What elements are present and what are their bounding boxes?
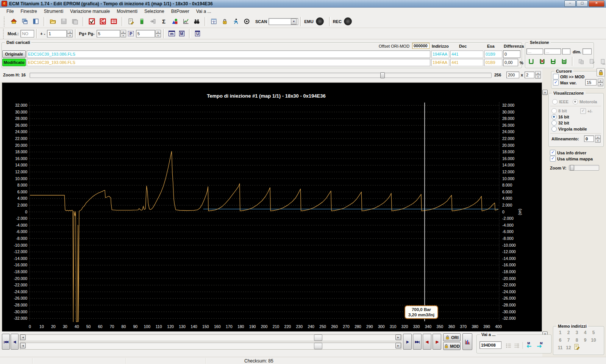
close-button[interactable]: ✕ — [589, 0, 604, 7]
chart-area[interactable]: -32.000-32.000-30.000-30.000-28.000-28.0… — [2, 82, 542, 332]
radio-virgola-mobile[interactable]: Virgola mobile — [551, 126, 587, 132]
cursor-lock-button[interactable] — [597, 68, 605, 76]
zoom-h-spinner[interactable]: ▲▼ — [535, 71, 541, 79]
pg-spinner[interactable]: ▲▼ — [120, 30, 126, 37]
menu-item-vai-a-[interactable]: Vai a ... — [193, 8, 215, 15]
goto-table-icon[interactable] — [514, 342, 520, 349]
open-file-icon[interactable] — [48, 16, 58, 27]
save-all-icon[interactable] — [70, 16, 80, 27]
usa-info-driver-box[interactable]: ✓ — [550, 150, 556, 156]
menu-item-file[interactable]: File — [3, 8, 17, 15]
diff-next-button[interactable]: ||▶ — [433, 334, 441, 350]
memo-slot-11[interactable]: 11 — [556, 345, 564, 353]
originale-button[interactable]: Originale — [2, 50, 26, 58]
mod-view-button[interactable]: MOD — [443, 342, 461, 350]
signed-checkbox-box[interactable]: ✓ — [580, 108, 586, 114]
mod-scrollbar-thumb[interactable] — [314, 343, 322, 349]
radio-motorola[interactable]: Motorola — [573, 99, 597, 104]
map-next-button[interactable]: M — [536, 342, 543, 348]
radio-16bit[interactable]: 16 bit — [551, 114, 569, 120]
modificato-button[interactable]: Modificato — [2, 59, 26, 66]
percent-field[interactable]: 5 — [136, 30, 155, 37]
memo-slot-4[interactable]: 4 — [581, 330, 589, 338]
select-cross-icon[interactable] — [537, 56, 547, 67]
max-var-spinner[interactable]: ▲▼ — [598, 79, 603, 86]
diff-prev-button[interactable]: ◀|| — [423, 334, 431, 350]
memo-slot-12[interactable]: 12 — [564, 345, 573, 353]
memo-slot-5[interactable]: 5 — [589, 330, 598, 338]
min-value-button[interactable]: m — [167, 29, 176, 38]
table-view-button[interactable] — [462, 333, 472, 350]
step-field[interactable]: 1 — [47, 30, 67, 37]
scan-dropdown[interactable]: ▼ — [269, 18, 298, 25]
import-icon[interactable] — [148, 16, 158, 27]
ori-view-button[interactable]: ORI — [443, 333, 461, 341]
max-var-checkbox[interactable]: ✓Max var. — [553, 80, 576, 86]
zoom-v-slider-thumb[interactable] — [570, 165, 574, 171]
sum-sigma-icon[interactable]: Σ — [159, 16, 169, 27]
step-spinner[interactable]: ▲▼ — [67, 30, 73, 37]
map-prev-button[interactable]: M — [526, 342, 532, 348]
select-open-icon[interactable] — [526, 56, 536, 67]
checksum-2-icon[interactable]: 2 — [98, 16, 108, 27]
table-red-icon[interactable] — [109, 16, 119, 27]
selezione-dim-field[interactable] — [583, 48, 592, 54]
undo-button[interactable]: U — [193, 29, 202, 38]
select-h-icon[interactable] — [548, 56, 558, 67]
zoom-v-slider[interactable] — [569, 165, 599, 171]
selezione-field-1[interactable]: ... — [526, 48, 543, 54]
pg-field[interactable]: 5 — [97, 30, 120, 37]
memo-slot-9[interactable]: 9 — [581, 338, 589, 345]
max-var-field[interactable]: 15 — [585, 79, 597, 86]
save-icon[interactable] — [59, 16, 69, 27]
vai-a-field[interactable]: 194D08 — [479, 341, 501, 349]
ori-mod-checkbox-box[interactable] — [553, 74, 559, 79]
usa-ultima-mappa-box[interactable]: ✓ — [550, 156, 556, 162]
table-window-icon[interactable]: T — [209, 16, 219, 27]
radio-16bit-circle[interactable] — [551, 114, 557, 120]
mod-scrollbar[interactable]: ◄ ► — [20, 342, 401, 350]
ori-scroll-right-icon[interactable]: ► — [395, 334, 401, 340]
column-green-icon[interactable] — [137, 16, 147, 27]
driver-man-icon[interactable] — [231, 16, 241, 27]
zoom-h-slider-thumb[interactable] — [380, 72, 385, 78]
target-icon[interactable] — [242, 16, 252, 27]
emu-record-button[interactable] — [316, 17, 324, 25]
chart-wizard-icon[interactable] — [181, 16, 191, 27]
zoom-h-width-field[interactable]: 200 — [506, 72, 519, 78]
memo-slot-2[interactable]: 2 — [564, 330, 573, 338]
zoom-h-mult-field[interactable]: 2 — [525, 72, 534, 78]
percent-spinner[interactable]: ▲▼ — [155, 30, 161, 37]
signed-checkbox[interactable]: ✓+/- — [580, 108, 592, 114]
ori-scrollbar[interactable]: ◄ ► — [20, 334, 401, 341]
memo-slot-7[interactable]: 7 — [564, 338, 573, 345]
radio-8bit[interactable]: 8 bit — [551, 108, 567, 114]
memo-slot-10[interactable]: 10 — [589, 338, 598, 345]
rec-record-button[interactable] — [344, 17, 352, 25]
memo-slot-3[interactable]: 3 — [573, 330, 581, 338]
menu-item-variazione-manuale[interactable]: Variazione manuale — [67, 8, 113, 15]
scroll-up-icon[interactable]: ▲ — [542, 90, 548, 95]
menu-item-movimenti[interactable]: Movimenti — [113, 8, 141, 15]
maximize-button[interactable]: ▢ — [576, 0, 588, 7]
driver-info-icon[interactable] — [126, 16, 136, 27]
memo-slot-1[interactable]: 1 — [556, 330, 564, 338]
menu-item-bitpower[interactable]: BitPower — [168, 8, 193, 15]
max-var-checkbox-box[interactable]: ✓ — [553, 80, 559, 86]
menu-item-strumenti[interactable]: Strumenti — [41, 8, 67, 15]
zoom-h-slider[interactable] — [30, 73, 492, 78]
memo-slot-6[interactable]: 6 — [556, 338, 564, 345]
allineamento-spinner[interactable]: ▲▼ — [595, 135, 601, 143]
select-rows-icon[interactable] — [559, 56, 569, 67]
usa-ultima-mappa-checkbox[interactable]: ✓Usa ultima mappa — [550, 156, 593, 162]
ori-scroll-left-icon[interactable]: ◄ — [20, 334, 26, 340]
go-prev-button[interactable]: ◀| — [11, 334, 19, 350]
selezione-field-3[interactable] — [562, 48, 570, 54]
allineamento-field[interactable]: 0 — [584, 135, 594, 142]
mod-scroll-right-icon[interactable]: ► — [395, 343, 401, 348]
radio-ieee[interactable]: IEEE — [552, 99, 569, 104]
max-value-button[interactable]: M — [177, 29, 186, 38]
tile-window-icon[interactable] — [31, 16, 41, 27]
offset-ori-mod-value[interactable]: 000000 — [412, 43, 430, 49]
radio-virgola-circle[interactable] — [551, 126, 557, 132]
